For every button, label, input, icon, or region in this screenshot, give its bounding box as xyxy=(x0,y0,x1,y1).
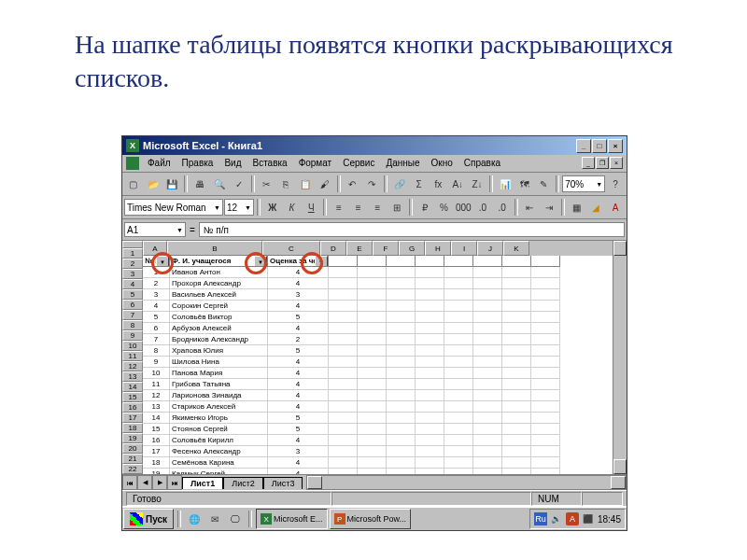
cell[interactable] xyxy=(473,345,502,357)
row-header[interactable]: 14 xyxy=(122,382,143,392)
cell[interactable]: 2 xyxy=(143,278,170,289)
cell[interactable] xyxy=(444,413,473,424)
fontsize-combo[interactable]: 12▼ xyxy=(224,199,254,216)
cell[interactable] xyxy=(502,390,531,401)
filter-dropdown-button[interactable]: ▼ xyxy=(315,256,328,267)
cell[interactable] xyxy=(329,301,358,312)
cell[interactable]: Сорокин Сергей xyxy=(170,301,268,312)
cell[interactable] xyxy=(329,323,358,334)
cell[interactable] xyxy=(473,457,502,469)
tab-nav-prev[interactable]: ◀ xyxy=(137,475,152,490)
cell[interactable]: Фесенко Александр xyxy=(170,446,268,457)
header-cell[interactable]: Ф. И. учащегося▼ xyxy=(170,256,268,267)
cell[interactable]: 6 xyxy=(143,323,170,334)
cell[interactable] xyxy=(358,301,387,312)
cell[interactable]: Шилова Нина xyxy=(170,357,268,368)
grid-body[interactable]: № п▼Ф. И. учащегося▼Оценка за четверть▼1… xyxy=(143,256,613,474)
header-cell[interactable] xyxy=(473,256,502,267)
copy-button[interactable]: ⎘ xyxy=(276,175,295,193)
column-header[interactable]: A xyxy=(143,241,167,256)
cell[interactable] xyxy=(444,312,473,323)
cell[interactable]: Соловьёв Виктор xyxy=(170,312,268,323)
cell[interactable] xyxy=(329,401,358,413)
column-header[interactable]: G xyxy=(399,241,425,256)
cell[interactable]: 19 xyxy=(143,469,170,474)
cell[interactable]: 5 xyxy=(268,345,329,357)
cell[interactable] xyxy=(531,323,560,334)
taskbar-excel[interactable]: XMicrosoft E... xyxy=(256,509,328,529)
cell[interactable] xyxy=(444,323,473,334)
cell[interactable] xyxy=(387,312,416,323)
align-right-button[interactable]: ≡ xyxy=(369,198,388,217)
cell[interactable] xyxy=(531,345,560,357)
comma-button[interactable]: 000 xyxy=(454,198,472,217)
dec-decimal-button[interactable]: .0 xyxy=(493,198,512,217)
row-header[interactable]: 22 xyxy=(122,464,143,474)
cell[interactable] xyxy=(473,424,502,435)
cell[interactable] xyxy=(416,379,444,390)
bold-button[interactable]: Ж xyxy=(263,198,282,217)
cell[interactable] xyxy=(473,401,502,413)
cell[interactable] xyxy=(502,368,531,379)
quicklaunch-2[interactable]: ✉ xyxy=(205,510,224,528)
cell[interactable] xyxy=(531,469,560,474)
cell[interactable] xyxy=(329,368,358,379)
cell[interactable] xyxy=(444,301,473,312)
cell[interactable] xyxy=(531,334,560,345)
cell[interactable] xyxy=(329,312,358,323)
cell[interactable] xyxy=(358,469,387,474)
row-header[interactable]: 15 xyxy=(122,392,143,402)
cell[interactable] xyxy=(329,446,358,457)
spell-button[interactable]: ✓ xyxy=(230,175,248,193)
cell[interactable] xyxy=(531,267,560,278)
cell[interactable] xyxy=(531,289,560,301)
link-button[interactable]: 🔗 xyxy=(390,175,409,193)
column-header[interactable]: E xyxy=(346,241,373,256)
cell[interactable] xyxy=(416,424,444,435)
cell[interactable] xyxy=(387,357,416,368)
row-header[interactable]: 16 xyxy=(122,402,143,413)
cell[interactable]: Калмык Сергей xyxy=(170,469,268,474)
cell[interactable] xyxy=(329,345,358,357)
cell[interactable] xyxy=(358,345,387,357)
header-cell[interactable]: № п▼ xyxy=(143,256,170,267)
menu-tools[interactable]: Сервис xyxy=(338,157,379,170)
cell[interactable]: Иванов Антон xyxy=(170,267,268,278)
cell[interactable] xyxy=(387,401,416,413)
cell[interactable] xyxy=(502,469,531,474)
cell[interactable] xyxy=(473,446,502,457)
cell[interactable]: Васильев Алексей xyxy=(170,289,268,301)
horizontal-scrollbar[interactable] xyxy=(306,475,627,490)
cell[interactable] xyxy=(444,390,473,401)
doc-minimize-button[interactable]: _ xyxy=(582,157,595,169)
row-header[interactable]: 20 xyxy=(122,443,143,454)
cell[interactable] xyxy=(358,357,387,368)
cell[interactable] xyxy=(502,312,531,323)
cell[interactable] xyxy=(416,267,444,278)
cell[interactable] xyxy=(444,379,473,390)
cell[interactable] xyxy=(387,390,416,401)
cell[interactable]: 5 xyxy=(268,424,329,435)
menu-data[interactable]: Данные xyxy=(381,157,424,170)
cell[interactable] xyxy=(531,413,560,424)
cell[interactable] xyxy=(444,435,473,446)
cell[interactable] xyxy=(387,267,416,278)
percent-button[interactable]: % xyxy=(435,198,454,217)
cell[interactable] xyxy=(473,368,502,379)
cell[interactable]: 4 xyxy=(268,390,329,401)
cell[interactable] xyxy=(387,301,416,312)
cell[interactable] xyxy=(444,469,473,474)
header-cell[interactable]: Оценка за четверть▼ xyxy=(268,256,329,267)
cell[interactable] xyxy=(416,278,444,289)
vertical-scrollbar[interactable] xyxy=(613,241,627,474)
cell[interactable]: 13 xyxy=(143,401,170,413)
menu-format[interactable]: Формат xyxy=(294,157,337,170)
cell[interactable] xyxy=(502,435,531,446)
quicklaunch-3[interactable]: 🖵 xyxy=(226,510,245,528)
tray-icon-2[interactable]: A xyxy=(566,512,579,525)
cell[interactable] xyxy=(358,312,387,323)
cell[interactable] xyxy=(444,357,473,368)
cell[interactable]: Панова Мария xyxy=(170,368,268,379)
cell[interactable] xyxy=(358,278,387,289)
cell[interactable]: 4 xyxy=(143,301,170,312)
